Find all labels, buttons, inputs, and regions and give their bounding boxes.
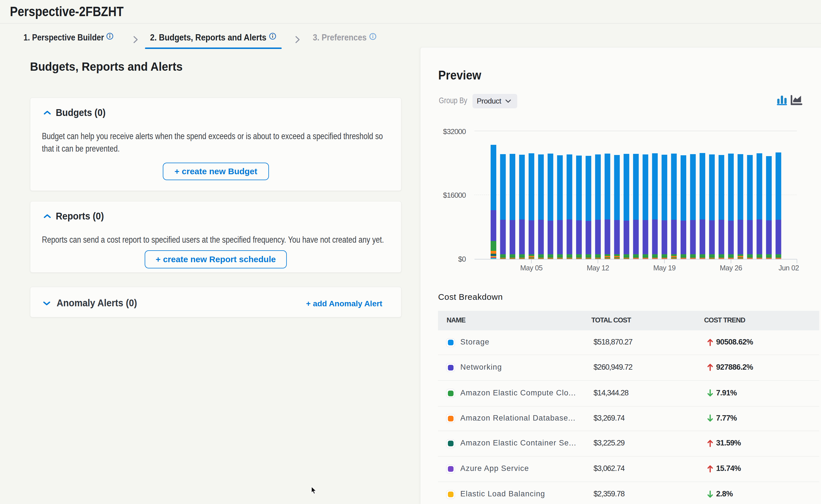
svg-text:May 26: May 26	[720, 264, 742, 272]
svg-text:$0: $0	[458, 255, 466, 263]
svg-text:May 12: May 12	[587, 264, 609, 272]
svg-text:May 19: May 19	[654, 264, 676, 272]
svg-text:May 05: May 05	[520, 264, 543, 272]
svg-text:Jun 02: Jun 02	[779, 264, 799, 272]
svg-text:$32000: $32000	[443, 127, 466, 136]
svg-text:$16000: $16000	[443, 191, 466, 199]
